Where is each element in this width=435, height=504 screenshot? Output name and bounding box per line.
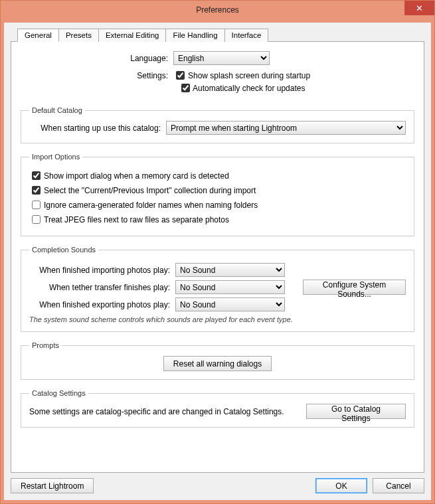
language-select[interactable]: English (173, 51, 270, 65)
sound-export-label: When finished exporting photos play: (29, 300, 175, 309)
goto-catalog-settings-button[interactable]: Go to Catalog Settings (306, 404, 406, 419)
show-splash-checkbox[interactable] (176, 71, 185, 80)
default-catalog-label: When starting up use this catalog: (35, 124, 161, 133)
completion-sounds-legend: Completion Sounds (29, 246, 98, 254)
import-treat-jpeg-checkbox[interactable] (32, 215, 41, 224)
configure-sounds-button[interactable]: Configure System Sounds... (303, 280, 406, 295)
close-icon: ✕ (416, 3, 423, 13)
import-options-legend: Import Options (29, 153, 82, 161)
import-select-collection-label: Select the "Current/Previous Import" col… (44, 186, 256, 195)
tab-strip: General Presets External Editing File Ha… (17, 29, 424, 42)
close-button[interactable]: ✕ (404, 1, 434, 15)
catalog-settings-group: Catalog Settings Some settings are catal… (21, 389, 414, 428)
tab-panel-general: Language: English Settings: Show splash … (11, 41, 424, 473)
sound-export-select[interactable]: No Sound (175, 297, 285, 311)
import-treat-jpeg-label: Treat JPEG files next to raw files as se… (44, 215, 229, 224)
default-catalog-legend: Default Catalog (29, 106, 85, 114)
import-select-collection-checkbox[interactable] (32, 186, 41, 195)
language-label: Language: (21, 54, 173, 63)
tab-presets[interactable]: Presets (58, 29, 99, 42)
titlebar: Preferences ✕ (1, 1, 434, 19)
import-show-dialog-checkbox[interactable] (32, 171, 41, 180)
sound-tether-label: When tether transfer finishes play: (29, 283, 175, 292)
import-ignore-folder-names-checkbox[interactable] (32, 201, 41, 209)
catalog-settings-legend: Catalog Settings (29, 389, 88, 397)
ok-button[interactable]: OK (315, 478, 367, 493)
settings-label: Settings: (21, 71, 173, 80)
completion-sounds-group: Completion Sounds When finished importin… (21, 246, 414, 332)
import-options-group: Import Options Show import dialog when a… (21, 153, 414, 236)
tab-interface[interactable]: Interface (224, 29, 269, 42)
import-show-dialog-label: Show import dialog when a memory card is… (44, 171, 229, 181)
tab-file-handling[interactable]: File Handling (165, 29, 224, 42)
default-catalog-select[interactable]: Prompt me when starting Lightroom (166, 121, 406, 135)
cancel-button[interactable]: Cancel (373, 478, 424, 493)
window-title: Preferences (196, 5, 239, 15)
tab-external-editing[interactable]: External Editing (98, 29, 167, 42)
completion-sounds-hint: The system sound scheme controls which s… (29, 315, 406, 323)
import-ignore-folder-names-label: Ignore camera-generated folder names whe… (44, 201, 258, 210)
restart-lightroom-button[interactable]: Restart Lightroom (11, 478, 94, 493)
client-area: General Presets External Editing File Ha… (4, 23, 431, 500)
catalog-settings-text: Some settings are catalog-specific and a… (29, 407, 284, 416)
preferences-window: Preferences ✕ General Presets External E… (0, 0, 435, 504)
top-settings: Language: English Settings: Show splash … (21, 51, 414, 97)
dialog-footer: Restart Lightroom OK Cancel (11, 473, 424, 493)
auto-update-checkbox[interactable] (181, 84, 190, 92)
sound-import-label: When finished importing photos play: (29, 266, 175, 275)
reset-warnings-button[interactable]: Reset all warning dialogs (163, 356, 272, 371)
prompts-group: Prompts Reset all warning dialogs (21, 341, 414, 380)
sound-import-select[interactable]: No Sound (175, 263, 285, 277)
tab-general[interactable]: General (17, 29, 59, 42)
show-splash-label: Show splash screen during startup (188, 71, 310, 80)
auto-update-label: Automatically check for updates (193, 84, 305, 93)
sound-tether-select[interactable]: No Sound (175, 280, 285, 294)
default-catalog-group: Default Catalog When starting up use thi… (21, 106, 414, 143)
prompts-legend: Prompts (29, 341, 62, 349)
